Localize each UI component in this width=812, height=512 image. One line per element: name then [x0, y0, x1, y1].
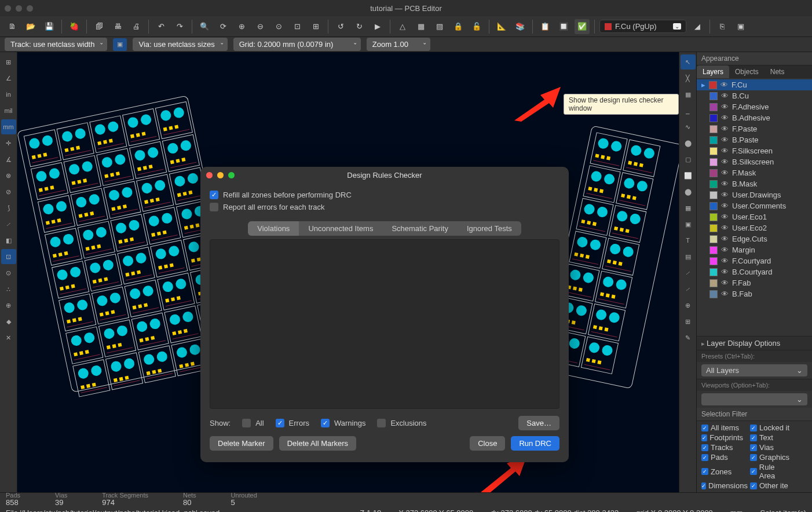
layer-row-user-eco1[interactable]: 👁User.Eco1: [697, 211, 812, 222]
left-tool-12[interactable]: ⊡: [1, 249, 16, 264]
save-icon[interactable]: 💾: [42, 19, 57, 34]
layer-row-b-mask[interactable]: 👁B.Mask: [697, 178, 812, 189]
eye-icon[interactable]: 👁: [721, 279, 729, 287]
eye-icon[interactable]: 👁: [721, 169, 729, 177]
zoom-in-icon[interactable]: ⊕: [234, 19, 249, 34]
eye-icon[interactable]: 👁: [721, 114, 729, 122]
left-tool-15[interactable]: ⊕: [1, 298, 16, 313]
delete-all-markers-button[interactable]: Delete All Markers: [279, 436, 356, 451]
eye-icon[interactable]: 👁: [721, 235, 729, 243]
layer-row-b-cu[interactable]: 👁B.Cu: [697, 90, 812, 101]
show-warnings-checkbox[interactable]: ✓: [321, 419, 330, 427]
board-setup-icon[interactable]: 🍓: [67, 19, 82, 34]
layer-row-f-courtyard[interactable]: 👁F.Courtyard: [697, 255, 812, 266]
eye-icon[interactable]: 👁: [721, 125, 729, 133]
right-tool-6[interactable]: ▢: [681, 152, 696, 167]
filter-checkbox[interactable]: ✓: [750, 454, 757, 461]
filter-checkbox[interactable]: ✓: [701, 425, 708, 431]
layer-row-b-silkscreen[interactable]: 👁B.Silkscreen: [697, 156, 812, 167]
eye-icon[interactable]: 👁: [721, 92, 729, 100]
drc-tab-unconnected-items[interactable]: Unconnected Items: [299, 221, 382, 236]
drc-checker-icon[interactable]: ✅: [575, 19, 590, 34]
left-tool-14[interactable]: ⛬: [1, 281, 16, 297]
appearance-tab-layers[interactable]: Layers: [697, 65, 729, 78]
eye-icon[interactable]: 👁: [720, 81, 728, 89]
left-tool-7[interactable]: ⊗: [1, 168, 16, 183]
layer-pair-icon[interactable]: ◢: [690, 19, 705, 34]
mirror-icon[interactable]: △: [395, 19, 410, 34]
filter-checkbox[interactable]: ✓: [701, 454, 708, 461]
run-drc-button[interactable]: Run DRC: [511, 436, 559, 451]
modal-zoom-icon[interactable]: [228, 172, 235, 178]
refresh-icon[interactable]: ⟳: [215, 19, 231, 34]
layer-row-f-fab[interactable]: 👁F.Fab: [697, 277, 812, 288]
right-tool-16[interactable]: ⊞: [681, 314, 696, 329]
right-tool-7[interactable]: ⬜: [681, 168, 696, 183]
right-tool-12[interactable]: ▤: [681, 249, 696, 264]
left-tool-4[interactable]: mm: [1, 119, 16, 134]
zoom-select[interactable]: Zoom 1.00: [367, 38, 430, 51]
show-all-checkbox[interactable]: [242, 419, 251, 427]
eye-icon[interactable]: 👁: [721, 290, 729, 298]
filter-checkbox[interactable]: ✓: [750, 468, 757, 475]
left-tool-8[interactable]: ⊘: [1, 184, 16, 199]
left-tool-6[interactable]: ∡: [1, 152, 16, 167]
zoom-window-icon[interactable]: [27, 5, 33, 12]
layer-row-f-mask[interactable]: 👁F.Mask: [697, 167, 812, 178]
redo-icon[interactable]: ↷: [172, 19, 187, 34]
left-tool-17[interactable]: ✕: [1, 330, 16, 345]
left-tool-10[interactable]: ⟋: [1, 217, 16, 232]
drc-tab-schematic-parity[interactable]: Schematic Parity: [382, 221, 458, 236]
zoom-region-icon[interactable]: ⊞: [308, 19, 323, 34]
right-tool-13[interactable]: ⟋: [681, 265, 696, 280]
print-icon[interactable]: 🖶: [110, 19, 125, 34]
show-exclusions-checkbox[interactable]: [377, 419, 386, 427]
library-icon[interactable]: 📚: [513, 19, 528, 34]
zoom-selection-icon[interactable]: ⊡: [290, 19, 305, 34]
drc-results-area[interactable]: [210, 239, 559, 409]
via-size-select[interactable]: Via: use netclass sizes: [133, 38, 227, 51]
layer-row-f-paste[interactable]: 👁F.Paste: [697, 123, 812, 134]
flip-icon[interactable]: ▶: [370, 19, 385, 34]
layer-row-margin[interactable]: 👁Margin: [697, 244, 812, 255]
page-settings-icon[interactable]: 🗐: [92, 19, 107, 34]
layer-row-b-courtyard[interactable]: 👁B.Courtyard: [697, 266, 812, 277]
ungroup-icon[interactable]: ▨: [432, 19, 447, 34]
left-tool-3[interactable]: mil: [1, 103, 16, 118]
close-button[interactable]: Close: [470, 436, 505, 451]
left-tool-9[interactable]: ⟆: [1, 200, 16, 215]
open-icon[interactable]: 📂: [23, 19, 38, 34]
zoom-out-icon[interactable]: ⊖: [253, 19, 268, 34]
presets-select[interactable]: All Layers⌄: [701, 364, 807, 376]
filter-checkbox[interactable]: ✓: [750, 425, 757, 431]
eye-icon[interactable]: 👁: [721, 268, 729, 276]
viewports-select[interactable]: ⌄: [701, 393, 807, 405]
left-tool-2[interactable]: in: [1, 87, 16, 102]
footprint-editor-icon[interactable]: 📐: [494, 19, 509, 34]
left-tool-0[interactable]: ⊞: [1, 54, 16, 70]
layer-row-b-paste[interactable]: 👁B.Paste: [697, 134, 812, 145]
save-report-button[interactable]: Save…: [518, 416, 559, 430]
pcb-canvas[interactable]: Show the design rules checker window Des…: [17, 52, 679, 492]
show-errors-checkbox[interactable]: ✓: [276, 419, 284, 427]
drc-tab-ignored-tests[interactable]: Ignored Tests: [458, 221, 521, 236]
filter-checkbox[interactable]: ✓: [701, 468, 708, 475]
right-tool-15[interactable]: ⊕: [681, 298, 696, 313]
right-tool-2[interactable]: ▦: [681, 87, 696, 102]
layers-list[interactable]: ▸👁F.Cu👁B.Cu👁F.Adhesive👁B.Adhesive👁F.Past…: [697, 78, 812, 336]
rotate-ccw-icon[interactable]: ↺: [333, 19, 348, 34]
filter-checkbox[interactable]: ✓: [750, 444, 757, 451]
report-errors-checkbox[interactable]: [210, 203, 218, 211]
left-tool-16[interactable]: ◆: [1, 314, 16, 329]
right-tool-9[interactable]: ▦: [681, 200, 696, 215]
eye-icon[interactable]: 👁: [721, 180, 729, 188]
modal-close-icon[interactable]: [206, 172, 213, 178]
track-width-select[interactable]: Track: use netclass width: [5, 38, 107, 51]
grid-select[interactable]: Grid: 0.2000 mm (0.0079 in): [233, 38, 361, 51]
right-tool-8[interactable]: ⬤: [681, 184, 696, 199]
eye-icon[interactable]: 👁: [721, 136, 729, 144]
layer-row-user-comments[interactable]: 👁User.Comments: [697, 200, 812, 211]
new-icon[interactable]: 🗎: [5, 19, 20, 34]
zoom-fit-icon[interactable]: ⊙: [271, 19, 286, 34]
update-from-schematic-icon[interactable]: 📋: [537, 19, 553, 34]
